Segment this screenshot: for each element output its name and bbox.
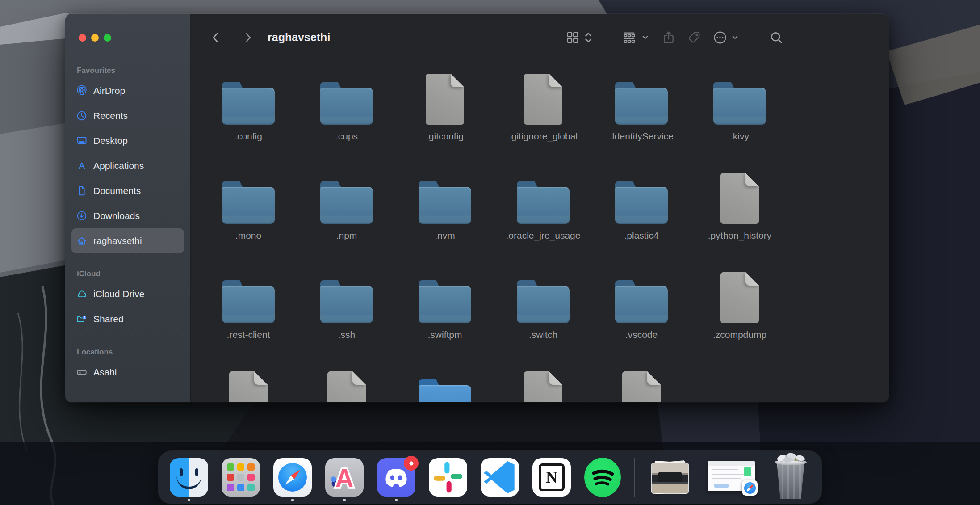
sidebar-item-applications[interactable]: Applications (71, 153, 184, 178)
sidebar-item-label: Documents (93, 185, 141, 196)
file-item-cups[interactable]: .cups (297, 72, 396, 171)
file-item-oracle-jre-usage[interactable]: .oracle_jre_usage (494, 171, 592, 270)
file-fold-corner (745, 173, 759, 186)
file-name-label: .plastic4 (624, 230, 658, 241)
view-stepper-button[interactable] (584, 30, 593, 45)
sidebar-item-downloads[interactable]: Downloads (71, 203, 184, 228)
dock-item-safari[interactable] (273, 451, 312, 504)
more-actions-button[interactable] (712, 30, 728, 45)
file-item-unnamed[interactable] (199, 370, 297, 402)
forward-button[interactable] (240, 28, 256, 47)
sidebar-item-asahi[interactable]: Asahi (71, 360, 184, 385)
dock-item-spotify[interactable] (584, 451, 621, 504)
group-view-button[interactable] (622, 30, 637, 45)
desktop: { "window": { "title": "raghavsethi", "t… (0, 0, 980, 505)
chevron-down-icon (641, 33, 650, 42)
file-item-ssh[interactable]: .ssh (297, 270, 396, 370)
close-button[interactable] (79, 34, 86, 42)
file-item-switch[interactable]: .switch (494, 270, 592, 370)
more-chevron[interactable] (730, 33, 740, 42)
group-view-icon (622, 30, 637, 45)
hard-drive-icon (76, 366, 88, 378)
file-item-mono[interactable]: .mono (199, 171, 297, 270)
dock-item-vscode[interactable] (481, 451, 519, 504)
file-name-label: .mono (235, 230, 261, 241)
file-name-label: .rest-client (227, 329, 270, 340)
folder-body (419, 187, 471, 224)
file-item-identityservice[interactable]: .IdentityService (592, 72, 691, 171)
file-icon (720, 173, 759, 224)
dock-item-launchpad[interactable] (222, 451, 260, 504)
back-button[interactable] (208, 28, 224, 47)
sidebar-item-recents[interactable]: Recents (71, 103, 184, 128)
file-fold-corner (549, 371, 562, 385)
dock-item-stack-thumbnail[interactable] (649, 451, 691, 504)
sidebar-item-icloud-drive[interactable]: iCloud Drive (71, 282, 184, 307)
clock-icon (76, 110, 88, 122)
folder-icon (419, 181, 471, 224)
document-icon (76, 185, 88, 197)
folder-icon (320, 82, 373, 125)
svg-text:A: A (335, 464, 354, 492)
file-item-unnamed[interactable] (297, 370, 396, 402)
sidebar-item-desktop[interactable]: Desktop (71, 128, 184, 153)
tags-button[interactable] (687, 30, 702, 45)
group-chevron[interactable] (641, 33, 650, 42)
file-item-vscode[interactable]: .vscode (592, 270, 691, 370)
folder-body (615, 88, 668, 125)
finder-icon (170, 458, 208, 497)
file-item-npm[interactable]: .npm (297, 171, 396, 270)
finder-window: FavouritesAirDropRecentsDesktopApplicati… (65, 14, 889, 402)
minimize-button[interactable] (91, 34, 99, 42)
toolbar: raghavsethi (191, 14, 889, 61)
file-item-kivy[interactable]: .kivy (691, 72, 789, 171)
cloud-icon (76, 288, 88, 300)
file-item-zcompdump[interactable]: .zcompdump (691, 270, 789, 370)
file-item-nvm[interactable]: .nvm (396, 171, 494, 270)
file-item-plastic4[interactable]: .plastic4 (592, 171, 691, 270)
file-item-gitconfig[interactable]: .gitconfig (396, 72, 494, 171)
dock-item-arc[interactable]: A (325, 451, 364, 504)
file-name-label: .IdentityService (609, 131, 674, 142)
search-button[interactable] (769, 30, 784, 45)
folder-body (320, 187, 373, 224)
file-item-unnamed[interactable] (494, 370, 592, 402)
sidebar-item-documents[interactable]: Documents (71, 178, 184, 203)
file-item-unnamed[interactable] (396, 370, 494, 402)
file-item-unnamed[interactable] (592, 370, 691, 402)
file-icon (327, 371, 366, 402)
dock-item-slack[interactable] (429, 451, 467, 504)
file-name-label: .gitconfig (426, 131, 464, 142)
dock-item-notion[interactable]: N (532, 451, 571, 504)
file-name-label: .kivy (730, 131, 749, 142)
home-icon (76, 235, 88, 247)
notion-icon: N (532, 458, 571, 497)
dock-item-discord[interactable] (377, 451, 415, 504)
file-item-config[interactable]: .config (199, 72, 297, 171)
folder-body (615, 187, 668, 224)
file-name-label: .switch (529, 329, 557, 340)
sidebar-item-shared[interactable]: Shared (71, 307, 184, 332)
file-name-label: .cups (335, 131, 358, 142)
zoom-button[interactable] (104, 34, 111, 42)
desktop-icon (76, 135, 88, 147)
dock-item-trash[interactable] (771, 451, 810, 504)
dock-item-finder[interactable] (170, 451, 208, 504)
folder-icon (419, 379, 471, 402)
up-down-chevrons-icon (584, 30, 593, 45)
file-item-rest-client[interactable]: .rest-client (199, 270, 297, 370)
sidebar-sections: FavouritesAirDropRecentsDesktopApplicati… (65, 65, 190, 385)
file-item-gitignore-global[interactable]: .gitignore_global (494, 72, 592, 171)
grid-view-button[interactable] (565, 30, 580, 45)
share-button[interactable] (661, 30, 676, 45)
file-name-label: .oracle_jre_usage (506, 230, 581, 241)
sidebar-item-airdrop[interactable]: AirDrop (71, 78, 184, 103)
file-item-python-history[interactable]: .python_history (691, 171, 789, 270)
sidebar-item-raghavsethi[interactable]: raghavsethi (71, 228, 184, 253)
file-name-label: .nvm (435, 230, 455, 241)
sidebar-item-label: Shared (93, 314, 124, 324)
folder-icon (713, 82, 766, 125)
dock-item-window-thumbnail[interactable] (705, 451, 758, 504)
file-item-swiftpm[interactable]: .swiftpm (396, 270, 494, 370)
downloads-stack-thumbnail (649, 458, 691, 497)
